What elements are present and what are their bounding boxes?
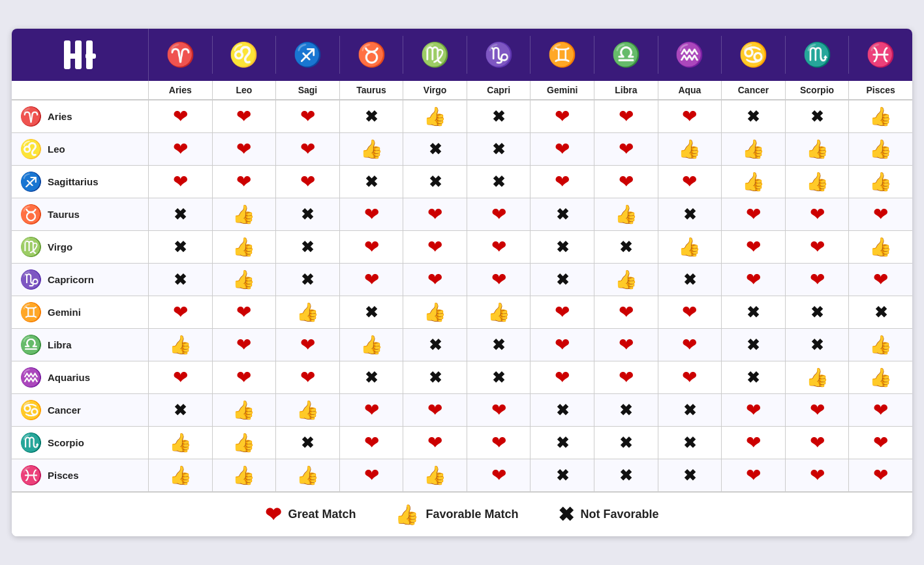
heart-icon: ❤ [491,236,506,258]
heart-icon: ❤ [491,204,506,225]
cell-virgo-pisces: 👍 [849,231,912,263]
cross-icon: ✖ [747,336,760,354]
cell-gemini-capri: 👍 [467,296,531,328]
cell-leo-leo: ❤ [213,133,277,165]
heart-icon: ❤ [873,399,888,421]
cross-icon: ✖ [429,140,442,159]
heart-icon: ❤ [236,367,251,388]
legend-heart-icon: ❤ [265,503,281,526]
cell-leo-scorpio: 👍 [786,133,850,165]
cell-leo-pisces: 👍 [849,133,912,165]
thumb-icon: 👍 [232,465,255,486]
heart-icon: ❤ [746,465,761,486]
col-label-aqua: Aqua [658,81,722,99]
cross-icon: ✖ [365,108,378,126]
row-sign-cell-pisces: ♓ Pisces [12,459,149,491]
cross-icon: ✖ [174,206,187,224]
cell-leo-aqua: 👍 [658,133,722,165]
cell-virgo-libra: ✖ [594,231,658,263]
thumb-icon: 👍 [806,171,829,192]
row-sign-icon-aquarius: ♒ [20,367,42,388]
cross-icon: ✖ [301,271,314,289]
heart-icon: ❤ [682,367,697,388]
cell-scorpio-scorpio: ❤ [786,427,850,459]
cross-icon: ✖ [683,434,696,452]
row-sign-cell-gemini: ♊ Gemini [12,296,149,328]
cell-cancer-libra: ✖ [594,394,658,426]
table-row-capricorn: ♑ Capricorn ✖👍✖❤❤❤✖👍✖❤❤❤ [12,264,912,296]
heart-icon: ❤ [873,269,888,290]
cell-virgo-scorpio: ❤ [786,231,850,263]
table-row-pisces: ♓ Pisces 👍👍👍❤👍❤✖✖✖❤❤❤ [12,459,912,492]
cell-virgo-cancer: ❤ [722,231,786,263]
cell-leo-gemini: ❤ [531,133,594,165]
cell-aries-leo: ❤ [213,100,277,132]
cell-leo-aries: ❤ [149,133,213,165]
compatibility-table: ♈♌♐♉♍♑♊♎♒♋♏♓ AriesLeoSagiTaurusVirgoCapr… [12,29,912,536]
col-label-gemini: Gemini [531,81,594,99]
cell-capricorn-aries: ✖ [149,264,213,296]
col-label-libra: Libra [594,81,658,99]
cell-sagittarius-aries: ❤ [149,166,213,198]
cross-icon: ✖ [365,303,378,322]
cross-icon: ✖ [556,434,569,452]
cross-icon: ✖ [556,271,569,289]
header-sign-aries: ♈ [149,36,213,74]
cell-virgo-taurus: ❤ [340,231,404,263]
cell-aquarius-libra: ❤ [594,361,658,393]
heart-icon: ❤ [364,236,379,258]
cross-icon: ✖ [492,140,505,159]
cell-pisces-aqua: ✖ [658,459,722,491]
cell-pisces-pisces: ❤ [849,459,912,491]
heart-icon: ❤ [619,334,634,356]
cell-scorpio-leo: 👍 [213,427,277,459]
heart-icon: ❤ [364,465,379,486]
cell-pisces-virgo: 👍 [403,459,467,491]
thumb-icon: 👍 [678,138,701,160]
cross-icon: ✖ [429,336,442,354]
row-sign-label-cancer: Cancer [48,405,81,416]
cell-sagittarius-aqua: ❤ [658,166,722,198]
cell-taurus-scorpio: ❤ [786,198,850,230]
cell-pisces-libra: ✖ [594,459,658,491]
cell-capricorn-scorpio: ❤ [786,264,850,296]
cell-aquarius-sagi: ❤ [276,361,340,393]
svg-rect-4 [85,53,96,59]
cell-scorpio-sagi: ✖ [276,427,340,459]
heart-icon: ❤ [491,465,506,486]
heart-icon: ❤ [427,236,442,258]
cell-pisces-taurus: ❤ [340,459,404,491]
heart-icon: ❤ [300,367,315,388]
cell-gemini-cancer: ✖ [722,296,786,328]
row-sign-icon-taurus: ♉ [20,204,42,225]
table-row-aries: ♈ Aries ❤❤❤✖👍✖❤❤❤✖✖👍 [12,100,912,133]
cell-capricorn-virgo: ❤ [403,264,467,296]
header-sign-icon-virgo: ♍ [420,41,450,69]
row-sign-icon-cancer: ♋ [20,399,42,421]
header-sign-icon-gemini: ♊ [547,41,577,69]
header-signs: ♈♌♐♉♍♑♊♎♒♋♏♓ [149,36,912,74]
header-sign-icon-scorpio: ♏ [803,41,832,69]
cross-icon: ✖ [874,303,887,322]
header-sign-libra: ♎ [594,36,658,74]
cross-icon: ✖ [747,369,760,387]
cross-icon: ✖ [492,108,505,126]
cell-sagittarius-capri: ✖ [467,166,531,198]
heart-icon: ❤ [746,269,761,290]
heart-icon: ❤ [491,269,506,290]
thumb-icon: 👍 [424,301,446,323]
heart-icon: ❤ [173,301,188,323]
cell-aries-aries: ❤ [149,100,213,132]
cell-taurus-capri: ❤ [467,198,531,230]
heart-icon: ❤ [619,138,634,160]
table-row-sagittarius: ♐ Sagittarius ❤❤❤✖✖✖❤❤❤👍👍👍 [12,166,912,198]
cell-capricorn-leo: 👍 [213,264,277,296]
cross-icon: ✖ [301,206,314,224]
header-sign-icon-sagi: ♐ [293,41,322,69]
cell-aquarius-aqua: ❤ [658,361,722,393]
row-sign-cell-leo: ♌ Leo [12,133,149,165]
heart-icon: ❤ [746,204,761,225]
cell-pisces-sagi: 👍 [276,459,340,491]
row-sign-icon-scorpio: ♏ [20,432,42,453]
col-label-capri: Capri [467,81,531,99]
